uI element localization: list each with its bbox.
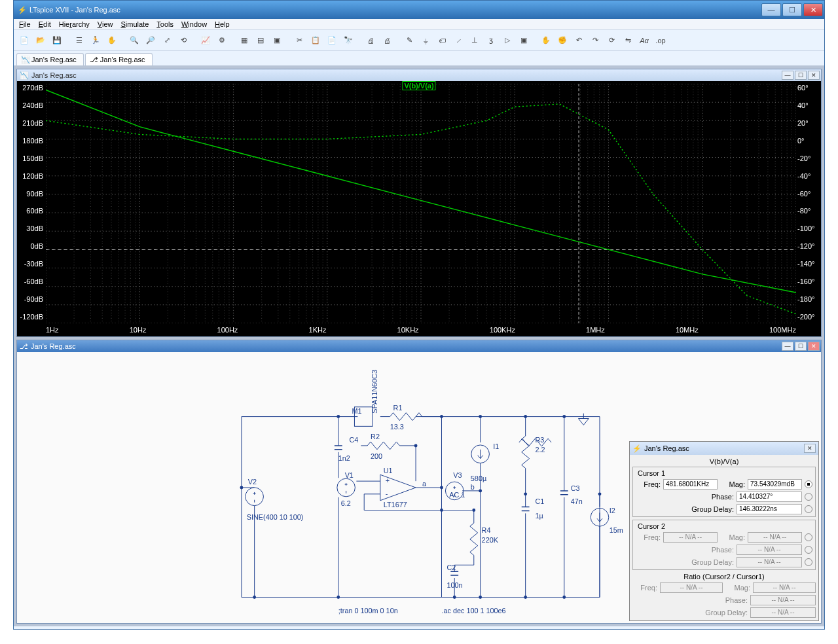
save-icon[interactable]: 💾	[50, 33, 64, 48]
zoom-fit-icon[interactable]: ⤢	[160, 33, 174, 48]
cursor-panel[interactable]: ⚡ Jan's Reg.asc ✕ V(b)/V(a) Cursor 1 Fre…	[629, 441, 819, 621]
mirror-icon[interactable]: ⇋	[621, 33, 635, 48]
halt-icon[interactable]: ✋	[105, 33, 119, 48]
c2-mag: -- N/A --	[748, 532, 802, 543]
svg-point-143	[440, 486, 443, 490]
cursor-panel-title[interactable]: ⚡ Jan's Reg.asc ✕	[630, 442, 818, 455]
plot-minimize-button[interactable]: —	[782, 71, 793, 80]
trace-label[interactable]: V(b)/V(a)	[402, 81, 435, 90]
cursor-panel-icon: ⚡	[632, 444, 642, 453]
c1-gd[interactable]: 146.30222ns	[737, 504, 802, 514]
print-icon[interactable]: 🖨	[363, 33, 378, 48]
menu-edit[interactable]: Edit	[39, 20, 51, 28]
svg-text:C1: C1	[535, 497, 544, 505]
ground-icon[interactable]: ⏚	[418, 33, 433, 48]
rotate-icon[interactable]: ⟳	[604, 33, 619, 48]
new-schematic-icon[interactable]: 📄	[17, 33, 31, 48]
schem-maximize-button[interactable]: ☐	[795, 342, 807, 351]
svg-text:C3: C3	[571, 484, 580, 492]
c1-freq[interactable]: 481.68001KHz	[663, 479, 718, 490]
minimize-button[interactable]: —	[761, 3, 781, 16]
redo-icon[interactable]: ↷	[588, 33, 602, 48]
tab-plot[interactable]: 📉 Jan's Reg.asc	[16, 53, 84, 65]
autorange-icon[interactable]: 📈	[198, 33, 213, 48]
settings-icon[interactable]: ⚙	[215, 33, 229, 48]
find-icon[interactable]: 🔭	[341, 33, 355, 48]
inductor-icon[interactable]: ʒ	[484, 33, 498, 48]
menu-help[interactable]: Help	[215, 20, 230, 28]
menu-hierarchy[interactable]: Hierarchy	[59, 20, 90, 28]
component-icon[interactable]: ▣	[517, 33, 531, 48]
svg-text:.ac dec 100 1 100e6: .ac dec 100 1 100e6	[442, 607, 506, 615]
diode-icon[interactable]: ▷	[500, 33, 515, 48]
schem-minimize-button[interactable]: —	[782, 342, 793, 351]
spice-directive-icon[interactable]: .op	[653, 33, 668, 48]
drag-icon[interactable]: ✊	[555, 33, 570, 48]
panel-icon[interactable]: ☰	[72, 33, 86, 48]
zoom-in-icon[interactable]: 🔍	[127, 33, 141, 48]
svg-point-134	[337, 478, 355, 497]
titlebar: ⚡ LTspice XVII - Jan's Reg.asc — ☐ ✕	[14, 1, 824, 19]
svg-point-128	[337, 415, 340, 418]
c1-gd-radio[interactable]	[805, 505, 812, 513]
menu-window[interactable]: Window	[181, 20, 207, 28]
svg-text:V3: V3	[453, 471, 462, 479]
cursor-panel-close-button[interactable]: ✕	[804, 444, 816, 453]
c2-freq: -- N/A --	[663, 532, 718, 543]
zoom-back-icon[interactable]: ⟲	[176, 33, 191, 48]
svg-point-103	[479, 415, 482, 418]
c2-mag-radio	[805, 533, 812, 541]
y-axis-left: 270dB240dB210dB180dB150dB120dB90dB60dB30…	[17, 81, 46, 323]
close-button[interactable]: ✕	[803, 3, 823, 16]
menu-view[interactable]: View	[98, 20, 113, 28]
svg-text:C2: C2	[446, 564, 456, 571]
text-icon[interactable]: Aα	[637, 33, 651, 48]
wire-icon[interactable]: ✎	[402, 33, 416, 48]
undo-icon[interactable]: ↶	[572, 33, 586, 48]
c1-mag[interactable]: 73.543029mdB	[748, 479, 802, 490]
tile-icon[interactable]: ▦	[237, 33, 251, 48]
close-win-icon[interactable]: ▣	[270, 33, 284, 48]
menu-simulate[interactable]: Simulate	[120, 20, 149, 28]
svg-text:LT1677: LT1677	[384, 501, 407, 509]
cascade-icon[interactable]: ▤	[253, 33, 268, 48]
schem-close-button[interactable]: ✕	[808, 342, 820, 351]
label-icon[interactable]: 🏷	[435, 33, 449, 48]
menu-tools[interactable]: Tools	[156, 20, 173, 28]
cut-icon[interactable]: ✂	[292, 33, 306, 48]
copy-icon[interactable]: 📋	[308, 33, 323, 48]
c1-phase[interactable]: 14.410327°	[737, 492, 802, 502]
plot-close-button[interactable]: ✕	[808, 71, 820, 80]
run-icon[interactable]: 🏃	[88, 33, 103, 48]
svg-text:a: a	[422, 480, 427, 488]
menu-file[interactable]: File	[19, 20, 31, 28]
svg-point-124	[246, 488, 264, 506]
schem-icon: ⎇	[20, 342, 28, 351]
zoom-out-icon[interactable]: 🔎	[143, 33, 158, 48]
c1-phase-radio[interactable]	[805, 493, 812, 501]
schem-subtitle-bar: ⎇ Jan's Reg.asc — ☐ ✕	[17, 340, 821, 352]
resistor-icon[interactable]: ⟋	[451, 33, 465, 48]
schem-title: Jan's Reg.asc	[31, 342, 76, 350]
svg-text:13.3: 13.3	[390, 423, 404, 431]
svg-text:AC 1: AC 1	[449, 491, 465, 499]
plot-subwindow: 📉 Jan's Reg.asc — ☐ ✕ V(b)/V(a) 270dB240…	[16, 69, 822, 337]
svg-text:M1: M1	[352, 407, 361, 415]
plot-area[interactable]: V(b)/V(a) 270dB240dB210dB180dB150dB120dB…	[17, 81, 821, 336]
plot-svg[interactable]	[46, 84, 796, 323]
svg-point-133	[414, 444, 418, 447]
maximize-button[interactable]: ☐	[782, 3, 802, 16]
svg-text:SPA11N60C3: SPA11N60C3	[371, 370, 378, 414]
svg-point-153	[453, 596, 456, 599]
plot-maximize-button[interactable]: ☐	[795, 71, 807, 80]
menubar: File Edit Hierarchy View Simulate Tools …	[14, 19, 824, 30]
print-setup-icon[interactable]: 🖨	[380, 33, 394, 48]
paste-icon[interactable]: 📄	[325, 33, 339, 48]
tab-schematic[interactable]: ⎇ Jan's Reg.asc	[85, 53, 153, 65]
capacitor-icon[interactable]: ⊥	[467, 33, 482, 48]
svg-text:R2: R2	[371, 433, 380, 440]
y-axis-right: 60°40°20°0°-20°-40°-60°-80°-100°-120°-14…	[796, 81, 821, 323]
open-file-icon[interactable]: 📂	[33, 33, 48, 48]
c1-mag-radio[interactable]	[805, 480, 812, 488]
move-icon[interactable]: ✋	[539, 33, 553, 48]
